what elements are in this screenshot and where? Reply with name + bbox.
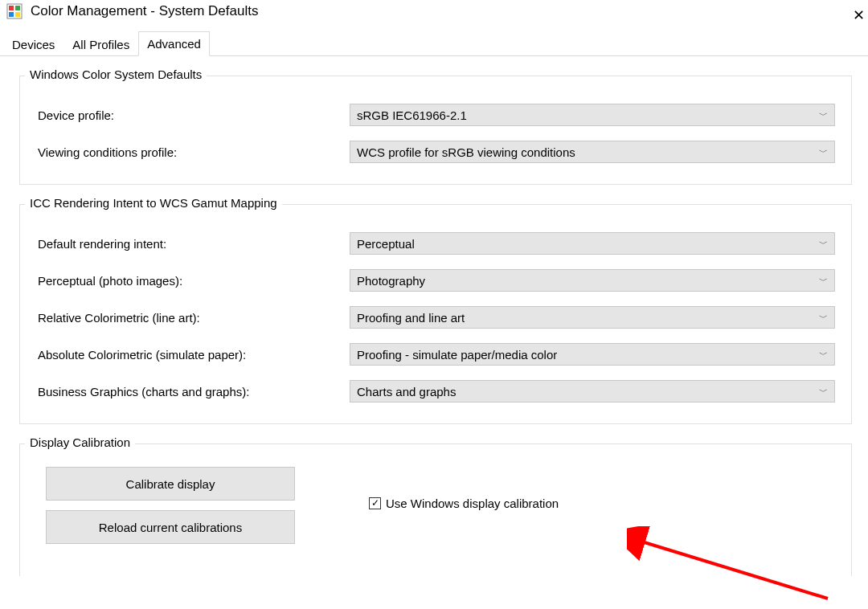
chevron-down-icon: ﹀ xyxy=(819,312,828,324)
default-intent-value: Perceptual xyxy=(357,237,415,251)
chevron-down-icon: ﹀ xyxy=(819,238,828,250)
perceptual-label: Perceptual (photo images): xyxy=(36,274,350,288)
use-windows-calibration-checkbox[interactable]: ✓ Use Windows display calibration xyxy=(350,497,559,510)
chevron-down-icon: ﹀ xyxy=(819,275,828,287)
check-icon: ✓ xyxy=(369,497,381,509)
tab-advanced[interactable]: Advanced xyxy=(138,31,210,56)
chevron-down-icon: ﹀ xyxy=(819,109,828,121)
use-windows-calibration-label: Use Windows display calibration xyxy=(386,497,559,510)
rel-color-label: Relative Colorimetric (line art): xyxy=(36,311,350,325)
group-wcs-defaults: Windows Color System Defaults Device pro… xyxy=(19,76,852,185)
business-value: Charts and graphs xyxy=(357,385,456,399)
reload-calibrations-button[interactable]: Reload current calibrations xyxy=(46,510,295,544)
business-label: Business Graphics (charts and graphs): xyxy=(36,385,350,399)
calibrate-display-button[interactable]: Calibrate display xyxy=(46,467,295,501)
perceptual-select[interactable]: Photography ﹀ xyxy=(350,269,835,292)
group-title-calibration: Display Calibration xyxy=(25,435,135,449)
rel-color-select[interactable]: Proofing and line art ﹀ xyxy=(350,306,835,329)
default-intent-select[interactable]: Perceptual ﹀ xyxy=(350,232,835,255)
device-profile-value: sRGB IEC61966-2.1 xyxy=(357,108,467,122)
rel-color-value: Proofing and line art xyxy=(357,311,465,325)
group-gamut-mapping: ICC Rendering Intent to WCS Gamut Mappin… xyxy=(19,204,852,424)
close-icon[interactable]: ✕ xyxy=(853,6,865,24)
svg-rect-2 xyxy=(15,6,20,10)
titlebar: Color Management - System Defaults xyxy=(0,0,868,24)
svg-rect-4 xyxy=(15,12,20,17)
tab-devices[interactable]: Devices xyxy=(3,32,63,56)
device-profile-select[interactable]: sRGB IEC61966-2.1 ﹀ xyxy=(350,104,835,126)
tab-all-profiles[interactable]: All Profiles xyxy=(63,32,138,56)
default-intent-label: Default rendering intent: xyxy=(36,237,350,251)
chevron-down-icon: ﹀ xyxy=(819,146,828,158)
group-display-calibration: Display Calibration Calibrate display Re… xyxy=(19,443,852,576)
abs-color-value: Proofing - simulate paper/media color xyxy=(357,348,557,362)
svg-rect-3 xyxy=(9,12,14,17)
chevron-down-icon: ﹀ xyxy=(819,349,828,361)
group-title-gamut: ICC Rendering Intent to WCS Gamut Mappin… xyxy=(25,196,282,210)
viewing-conditions-label: Viewing conditions profile: xyxy=(36,145,350,159)
abs-color-label: Absolute Colorimetric (simulate paper): xyxy=(36,348,350,362)
chevron-down-icon: ﹀ xyxy=(819,386,828,398)
perceptual-value: Photography xyxy=(357,274,425,288)
tabstrip: Devices All Profiles Advanced xyxy=(0,31,868,56)
app-icon xyxy=(6,3,23,19)
viewing-conditions-select[interactable]: WCS profile for sRGB viewing conditions … xyxy=(350,141,835,163)
abs-color-select[interactable]: Proofing - simulate paper/media color ﹀ xyxy=(350,343,835,366)
window-title: Color Management - System Defaults xyxy=(31,3,258,19)
viewing-conditions-value: WCS profile for sRGB viewing conditions xyxy=(357,145,575,159)
device-profile-label: Device profile: xyxy=(36,108,350,122)
business-select[interactable]: Charts and graphs ﹀ xyxy=(350,380,835,403)
svg-rect-1 xyxy=(9,6,14,10)
group-title-wcs: Windows Color System Defaults xyxy=(25,67,207,81)
